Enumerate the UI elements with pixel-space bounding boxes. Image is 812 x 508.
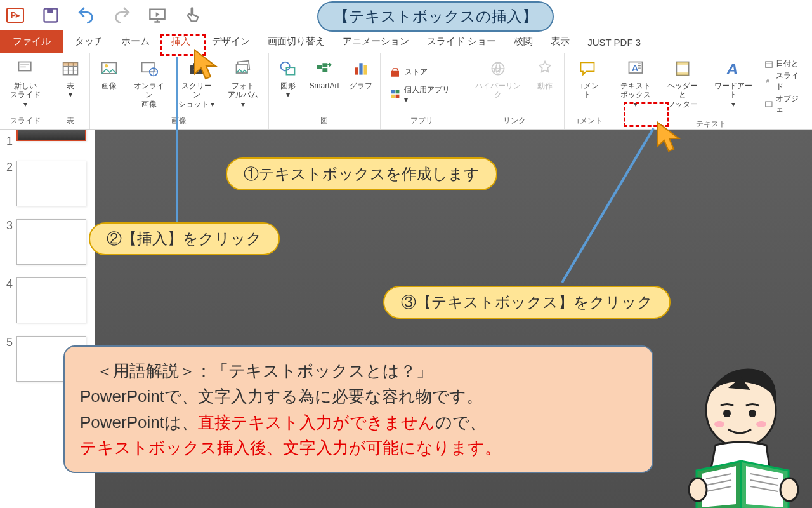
tab-view[interactable]: 表示 xyxy=(542,30,579,53)
slidenum-button[interactable]: #スライド xyxy=(764,70,806,92)
store-label: ストア xyxy=(405,67,428,77)
svg-rect-26 xyxy=(395,90,399,93)
chart-icon xyxy=(351,58,371,79)
undo-icon[interactable] xyxy=(77,6,95,24)
table-label: 表 ▾ xyxy=(67,81,74,100)
textbox-button[interactable]: A テキスト ボックス ▾ xyxy=(614,56,657,111)
hyperlink-button[interactable]: ハイパーリンク xyxy=(468,56,527,102)
touch-mode-icon[interactable] xyxy=(184,6,202,24)
smartart-label: SmartArt xyxy=(310,81,339,90)
thumb-1[interactable] xyxy=(16,130,86,141)
online-picture-button[interactable]: オンライン 画像 xyxy=(127,56,171,111)
group-link-label: リンク xyxy=(468,114,560,129)
svg-rect-25 xyxy=(391,90,395,93)
svg-rect-18 xyxy=(286,67,294,74)
svg-rect-27 xyxy=(391,95,395,98)
ribbon-tabs: ファイル タッチ ホーム 挿入 デザイン 画面切り替え アニメーション スライド… xyxy=(0,30,812,53)
comment-button[interactable]: コメント xyxy=(568,56,606,102)
screenshot-label: スクリーン ショット ▾ xyxy=(178,81,214,109)
slideshow-start-icon[interactable] xyxy=(148,6,166,24)
svg-text:A: A xyxy=(726,60,738,77)
header-footer-button[interactable]: ヘッダーと フッター xyxy=(660,56,705,111)
photo-album-label: フォト アルバム ▾ xyxy=(225,81,261,109)
svg-point-9 xyxy=(105,64,108,67)
svg-point-44 xyxy=(756,421,766,427)
object-icon xyxy=(764,100,773,109)
slidenum-icon: # xyxy=(764,77,773,86)
shapes-icon xyxy=(278,58,298,79)
comment-label: コメント xyxy=(572,81,602,100)
table-button[interactable]: 表 ▾ xyxy=(55,56,86,102)
svg-rect-20 xyxy=(323,63,328,67)
header-footer-icon xyxy=(672,58,693,79)
svg-rect-28 xyxy=(395,95,399,98)
textbox-icon: A xyxy=(625,58,646,79)
explain-line3: PowerPointは、直接テキスト入力ができませんので、 xyxy=(80,410,637,435)
object-button[interactable]: オブジェ xyxy=(764,93,806,115)
svg-point-43 xyxy=(714,421,724,427)
group-image-label: 画像 xyxy=(94,114,264,129)
step2-callout: ②【挿入】をクリック xyxy=(89,222,280,255)
svg-rect-22 xyxy=(355,67,358,74)
arrow-line-insert xyxy=(176,57,178,222)
explanation-box: ＜用語解説＞：「テキストボックスとは？」 PowerPointで、文字入力する為… xyxy=(63,345,653,473)
group-comment-label: コメント xyxy=(568,114,606,129)
thumb-4[interactable] xyxy=(16,277,86,323)
wordart-label: ワードアート ▾ xyxy=(711,81,756,109)
tab-transition[interactable]: 画面切り替え xyxy=(259,30,334,53)
online-picture-label: オンライン 画像 xyxy=(131,81,167,109)
svg-rect-10 xyxy=(142,62,154,72)
group-slide-label: スライド xyxy=(4,114,47,129)
step1-callout: ①テキストボックスを作成します xyxy=(226,157,497,190)
comment-icon xyxy=(577,58,598,79)
svg-point-17 xyxy=(280,62,289,71)
new-slide-button[interactable]: 新しい スライド ▾ xyxy=(4,56,47,111)
store-button[interactable]: ストア xyxy=(390,67,428,78)
redo-icon[interactable] xyxy=(113,6,131,24)
tab-animation[interactable]: アニメーション xyxy=(334,30,418,53)
datetime-button[interactable]: 日付と xyxy=(764,58,806,69)
tab-home[interactable]: ホーム xyxy=(112,30,159,53)
svg-rect-7 xyxy=(63,62,78,65)
thumb-3[interactable] xyxy=(16,219,86,265)
picture-button[interactable]: 画像 xyxy=(94,56,124,93)
tab-justpdf[interactable]: JUST PDF 3 xyxy=(579,32,650,53)
group-app-label: アプリ xyxy=(384,114,460,129)
datetime-label: 日付と xyxy=(776,58,799,69)
svg-rect-1 xyxy=(47,9,53,13)
apps-icon xyxy=(390,88,401,100)
tab-touch[interactable]: タッチ xyxy=(66,30,112,53)
header-footer-label: ヘッダーと フッター xyxy=(664,81,701,109)
powerpoint-icon: P▸ xyxy=(6,8,24,23)
group-illust-label: 図 xyxy=(273,114,376,129)
svg-rect-4 xyxy=(20,64,29,65)
svg-text:#: # xyxy=(766,78,770,84)
thumb-num-4: 4 xyxy=(4,277,13,323)
action-label: 動作 xyxy=(537,81,553,90)
my-apps-button[interactable]: 個人用アプリ ▾ xyxy=(390,84,455,104)
shapes-button[interactable]: 図形 ▾ xyxy=(273,56,303,102)
tab-slideshow[interactable]: スライド ショー xyxy=(418,30,505,53)
tab-file[interactable]: ファイル xyxy=(0,30,63,53)
object-label: オブジェ xyxy=(776,93,806,115)
smartart-icon xyxy=(314,58,334,79)
tab-review[interactable]: 校閲 xyxy=(505,30,542,53)
smartart-button[interactable]: SmartArt xyxy=(306,56,343,93)
action-button[interactable]: 動作 xyxy=(530,56,560,93)
photo-album-button[interactable]: フォト アルバム ▾ xyxy=(221,56,265,111)
svg-rect-5 xyxy=(20,67,26,68)
svg-rect-23 xyxy=(359,63,362,74)
save-icon[interactable] xyxy=(42,6,60,24)
svg-point-41 xyxy=(723,410,731,417)
cursor-insert-tab xyxy=(192,47,223,85)
explain-line4: テキストボックス挿入後、文字入力が可能になります。 xyxy=(80,435,637,460)
store-icon xyxy=(390,67,401,78)
explain-line2: PowerPointで、文字入力する為に必要な容れ物です。 xyxy=(80,384,637,409)
wordart-button[interactable]: A ワードアート ▾ xyxy=(707,56,759,111)
step3-callout: ③【テキストボックス】をクリック xyxy=(383,286,671,319)
chart-button[interactable]: グラフ xyxy=(346,56,376,93)
svg-rect-36 xyxy=(766,61,773,67)
thumb-2[interactable] xyxy=(16,161,86,206)
mascot-character xyxy=(652,359,811,508)
svg-rect-33 xyxy=(676,62,688,65)
